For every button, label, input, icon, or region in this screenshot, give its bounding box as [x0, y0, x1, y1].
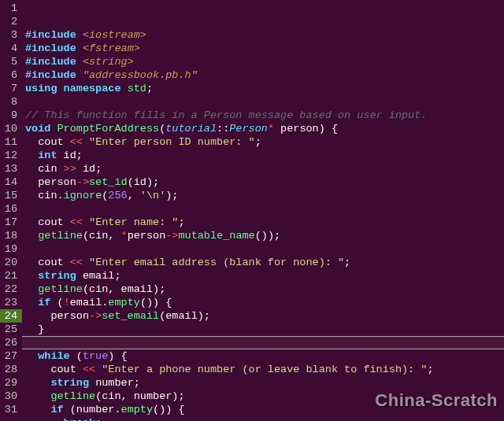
line-number: 21	[0, 269, 17, 283]
line-number: 28	[0, 363, 17, 376]
token-id: cin	[89, 230, 108, 242]
token-id: email	[165, 310, 198, 322]
token-op: <<	[70, 257, 89, 268]
line-number: 11	[0, 135, 17, 149]
token-id: cout	[25, 136, 70, 148]
token-id	[25, 270, 38, 282]
token-pun: ;	[95, 163, 102, 175]
line-number: 13	[0, 162, 17, 175]
code-line: cout << "Enter person ID number: ";	[25, 135, 504, 149]
code-line: getline(cin, *person->mutable_name());	[25, 229, 504, 242]
token-id: email	[70, 297, 102, 308]
token-fn: PromptForAddress	[57, 123, 160, 135]
code-line: #include <fstream>	[25, 42, 504, 55]
line-number: 22	[0, 283, 17, 296]
token-fn: getline	[38, 283, 83, 295]
token-id: email	[121, 283, 154, 295]
token-pun: ;	[178, 216, 184, 228]
token-id: number	[134, 390, 172, 402]
token-pun: ());	[255, 230, 280, 242]
token-pp: #include	[25, 29, 83, 41]
token-pun: (	[76, 350, 83, 362]
token-str: "Enter name: "	[89, 216, 178, 228]
token-pun: ()) {	[153, 404, 185, 415]
token-op: <<	[70, 216, 89, 228]
line-number: 29	[0, 376, 17, 390]
code-line: string number;	[25, 376, 504, 390]
token-pun: ,	[121, 390, 134, 402]
token-inc: <fstream>	[83, 42, 140, 54]
token-id: cout	[25, 364, 83, 375]
token-kw: void	[25, 123, 57, 135]
token-op: *	[268, 123, 280, 135]
token-kw: while	[38, 350, 76, 362]
token-kw: namespace	[64, 83, 128, 94]
token-op: ->	[76, 176, 89, 188]
line-number: 6	[0, 68, 17, 82]
token-op: <<	[70, 136, 89, 148]
code-line: getline(cin, email);	[25, 283, 504, 296]
line-number: 18	[0, 229, 17, 242]
token-kw: break	[64, 417, 96, 421]
token-fn: getline	[50, 390, 95, 402]
token-id: id	[83, 163, 95, 175]
token-kw: using	[25, 83, 64, 94]
token-cmt: // This function fills in a Person messa…	[25, 109, 427, 121]
code-line	[22, 336, 504, 349]
token-type: Person	[229, 123, 268, 135]
line-number-gutter: 1234567891011121314151617181920212223242…	[0, 0, 22, 421]
token-op: <<	[83, 364, 102, 375]
token-op: ->	[165, 230, 178, 242]
token-pun: ;	[344, 257, 350, 268]
token-id: cin	[25, 163, 64, 175]
code-line: // This function fills in a Person messa…	[25, 109, 504, 122]
token-id	[25, 297, 38, 308]
token-pun: (	[83, 283, 89, 295]
line-number: 26	[0, 336, 17, 349]
code-line: break;	[25, 416, 504, 421]
token-id: id	[134, 176, 146, 188]
code-line: if (number.empty()) {	[25, 403, 504, 416]
token-pp: #include	[25, 69, 83, 81]
line-number: 23	[0, 296, 17, 309]
token-pun: );	[146, 176, 159, 188]
token-id: email	[83, 270, 115, 282]
token-pun: ;	[146, 83, 153, 94]
token-id: number	[95, 377, 134, 389]
token-pun: ) {	[108, 350, 127, 362]
token-id	[25, 150, 38, 161]
token-op: !	[64, 297, 70, 308]
line-number: 27	[0, 349, 17, 363]
line-number: 7	[0, 82, 17, 95]
token-id: cout	[25, 216, 70, 228]
token-pun: );	[165, 190, 178, 201]
line-number: 12	[0, 149, 17, 162]
token-fn: ignore	[64, 190, 102, 201]
code-line: cout << "Enter a phone number (or leave …	[25, 363, 504, 376]
code-line: using namespace std;	[25, 82, 504, 95]
token-id	[25, 377, 50, 389]
code-line: cout << "Enter email address (blank for …	[25, 256, 504, 269]
code-line: void PromptForAddress(tutorial::Person* …	[25, 122, 504, 135]
token-str: "Enter email address (blank for none): "	[89, 257, 344, 268]
token-pun: .	[114, 404, 120, 415]
line-number: 20	[0, 256, 17, 269]
token-fn: set_id	[89, 176, 128, 188]
code-line: person->set_email(email);	[25, 309, 504, 323]
line-number: 16	[0, 202, 17, 216]
token-id: person	[280, 123, 319, 135]
code-line: #include <string>	[25, 55, 504, 68]
code-line: #include "addressbook.pb.h"	[25, 68, 504, 82]
token-inc: <iostream>	[83, 29, 146, 41]
token-id: id	[64, 150, 76, 161]
token-kw: string	[38, 270, 83, 282]
token-pun: );	[198, 310, 210, 322]
token-pun: );	[172, 390, 184, 402]
line-number: 15	[0, 189, 17, 202]
token-pun: ;	[76, 150, 83, 161]
token-pun: ,	[108, 230, 120, 242]
token-fn: std	[128, 83, 146, 94]
token-pun: (	[128, 176, 134, 188]
token-id: cin	[25, 190, 57, 201]
token-id	[25, 230, 38, 242]
